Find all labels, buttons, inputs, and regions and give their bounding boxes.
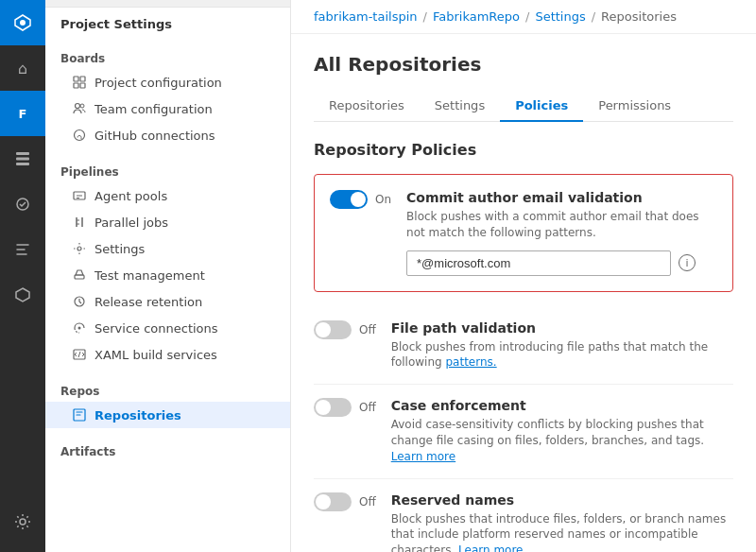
svg-point-6	[20, 519, 26, 525]
svg-rect-1	[16, 152, 29, 155]
svg-point-0	[20, 20, 26, 26]
policy-desc-case: Avoid case-sensitivity conflicts by bloc…	[391, 417, 733, 464]
breadcrumb-org[interactable]: fabrikam-tailspin	[314, 9, 418, 24]
repos-nav-icon[interactable]	[0, 136, 45, 181]
sidebar-section-pipelines: Pipelines	[45, 156, 290, 182]
svg-point-15	[77, 247, 81, 250]
test-small-icon	[72, 267, 87, 283]
breadcrumb-sep1: /	[423, 9, 427, 24]
policy-row-case-enforcement: Off Case enforcement Avoid case-sensitiv…	[314, 385, 733, 478]
policy-row-file-path: Off File path validation Block pushes fr…	[314, 307, 733, 386]
toggle-label-filepath: Off	[359, 323, 376, 336]
boards-nav-icon[interactable]: F	[0, 91, 45, 136]
overview-icon[interactable]: ⌂	[0, 45, 45, 91]
content-area: All Repositories Repositories Settings P…	[291, 34, 756, 552]
artifacts-nav-icon[interactable]	[0, 272, 45, 318]
svg-marker-5	[16, 288, 29, 302]
sidebar-item-project-configuration[interactable]: Project configuration	[45, 69, 290, 95]
svg-rect-3	[16, 163, 29, 165]
breadcrumb-sep3: /	[592, 9, 595, 24]
svg-point-11	[76, 104, 80, 109]
breadcrumb-settings[interactable]: Settings	[535, 9, 585, 24]
email-input-wrap: i	[406, 250, 717, 276]
parallel-icon	[72, 215, 87, 230]
toggle-label-reserved: Off	[359, 495, 376, 509]
sidebar-item-agent-pools[interactable]: Agent pools	[45, 182, 290, 209]
breadcrumb-sep2: /	[525, 9, 529, 24]
info-icon[interactable]: i	[679, 254, 696, 271]
tab-settings[interactable]: Settings	[420, 91, 500, 122]
pipelines-nav-icon[interactable]	[0, 181, 45, 227]
svg-rect-9	[74, 83, 78, 88]
sidebar-item-parallel-jobs[interactable]: Parallel jobs	[45, 209, 290, 235]
toggle-wrap-reserved: Off	[314, 492, 376, 511]
tab-repositories[interactable]: Repositories	[314, 91, 420, 122]
sidebar-item-xaml-build[interactable]: XAML build services	[45, 341, 290, 368]
toggle-case-enforcement[interactable]	[314, 398, 352, 417]
icon-strip: ⌂ F	[0, 0, 45, 552]
policy-info-reserved: Reserved names Block pushes that introdu…	[391, 492, 733, 552]
sidebar-section-project-settings: Project Settings	[45, 8, 290, 35]
breadcrumb-repo[interactable]: FabrikamRepo	[433, 9, 520, 24]
toggle-commit-author[interactable]	[330, 190, 368, 209]
toggle-reserved-names[interactable]	[314, 492, 352, 511]
settings-small-icon	[72, 241, 87, 256]
github-icon	[72, 128, 87, 143]
sidebar-item-release-retention[interactable]: Release retention	[45, 288, 290, 315]
toggle-label-commit: On	[375, 193, 391, 206]
tab-policies[interactable]: Policies	[500, 91, 583, 122]
reserved-learn-more-link[interactable]: Learn more	[458, 543, 523, 552]
svg-point-12	[80, 104, 84, 108]
sidebar-item-test-management[interactable]: Test management	[45, 262, 290, 288]
section-title: Repository Policies	[314, 141, 733, 159]
sidebar-item-service-connections[interactable]: Service connections	[45, 315, 290, 341]
policy-desc-reserved: Block pushes that introduce files, folde…	[391, 511, 733, 552]
sidebar-section-repos: Repos	[45, 375, 290, 402]
repo-icon	[72, 407, 87, 423]
team-icon	[72, 101, 87, 116]
xaml-icon	[72, 347, 87, 362]
sidebar-item-team-configuration[interactable]: Team configuration	[45, 95, 290, 122]
policy-title-reserved: Reserved names	[391, 492, 733, 508]
svg-rect-2	[16, 158, 29, 161]
policy-card-commit-author: On Commit author email validation Block …	[314, 174, 733, 292]
project-settings-nav-icon[interactable]	[0, 499, 45, 544]
svg-point-18	[78, 327, 81, 330]
toggle-file-path[interactable]	[314, 320, 352, 339]
svg-rect-16	[75, 275, 84, 279]
case-learn-more-link[interactable]: Learn more	[391, 450, 455, 463]
pool-icon	[72, 188, 87, 203]
svg-rect-8	[80, 77, 85, 81]
policy-desc-filepath: Block pushes from introducing file paths…	[391, 339, 733, 371]
policy-title-case: Case enforcement	[391, 398, 733, 413]
sidebar-item-repositories[interactable]: Repositories	[45, 402, 290, 428]
sidebar-item-pipeline-settings[interactable]: Settings	[45, 235, 290, 262]
tab-permissions[interactable]: Permissions	[583, 91, 686, 122]
svg-rect-10	[80, 83, 85, 88]
page-title: All Repositories	[314, 53, 733, 76]
tabs-bar: Repositories Settings Policies Permissio…	[314, 91, 733, 122]
sidebar-section-boards: Boards	[45, 43, 290, 69]
svg-rect-7	[74, 77, 78, 81]
sidebar: Project Settings Boards Project configur…	[45, 0, 291, 552]
toggle-wrap-commit: On	[330, 190, 391, 209]
service-icon	[72, 320, 87, 336]
breadcrumb: fabrikam-tailspin / FabrikamRepo / Setti…	[291, 0, 756, 34]
main-content: fabrikam-tailspin / FabrikamRepo / Setti…	[291, 0, 756, 552]
sidebar-item-github-connections[interactable]: GitHub connections	[45, 122, 290, 148]
toggle-label-case: Off	[359, 401, 376, 414]
policy-row-reserved-names: Off Reserved names Block pushes that int…	[314, 479, 733, 552]
policy-title-commit: Commit author email validation	[406, 190, 717, 205]
filepath-link[interactable]: patterns.	[445, 355, 496, 369]
policy-title-filepath: File path validation	[391, 320, 733, 336]
release-icon	[72, 294, 87, 309]
org-logo[interactable]	[0, 0, 45, 45]
policy-desc-commit: Block pushes with a commit author email …	[406, 209, 717, 241]
policy-info-filepath: File path validation Block pushes from i…	[391, 320, 733, 371]
email-pattern-input[interactable]	[406, 250, 671, 276]
testplans-nav-icon[interactable]	[0, 227, 45, 272]
toggle-wrap-filepath: Off	[314, 320, 376, 339]
breadcrumb-current: Repositories	[601, 9, 677, 24]
toggle-wrap-case: Off	[314, 398, 376, 417]
policy-info-commit: Commit author email validation Block pus…	[406, 190, 717, 276]
